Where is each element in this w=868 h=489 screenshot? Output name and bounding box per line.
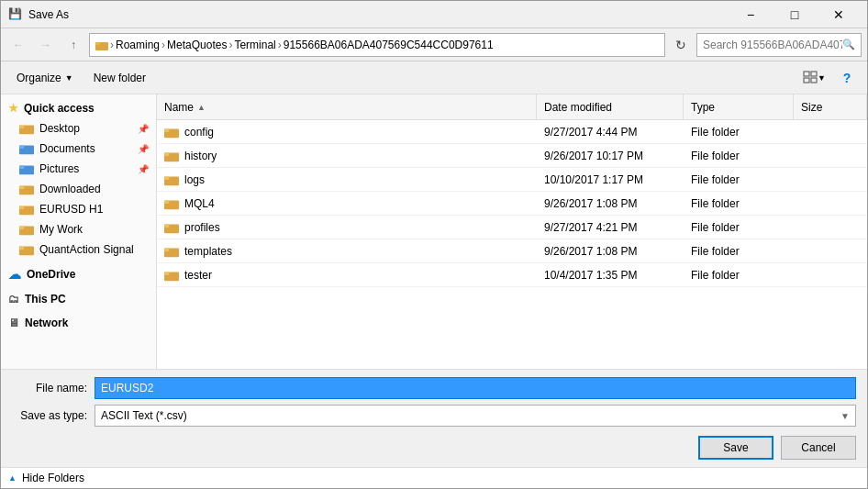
folder-icon	[164, 172, 179, 187]
table-row[interactable]: history 9/26/2017 10:17 PM File folder	[157, 144, 867, 168]
file-list-body: config 9/27/2017 4:44 PM File folder his…	[157, 120, 867, 369]
onedrive-item[interactable]: ☁ OneDrive	[1, 263, 156, 285]
address-path[interactable]: › Roaming › MetaQuotes › Terminal › 9155…	[89, 33, 665, 57]
col-header-size[interactable]: Size	[794, 94, 867, 119]
new-folder-button[interactable]: New folder	[85, 65, 154, 91]
savetype-value: ASCII Text (*.csv)	[101, 409, 187, 422]
breadcrumb-guid[interactable]: 915566BA06ADA407569C544CC0D97611	[284, 39, 494, 51]
sidebar-item-desktop[interactable]: Desktop 📌	[1, 118, 156, 139]
help-button[interactable]: ?	[834, 65, 860, 91]
table-row[interactable]: templates 9/26/2017 1:08 PM File folder	[157, 239, 867, 263]
sidebar-item-downloaded[interactable]: Downloaded	[1, 179, 156, 199]
file-name: profiles	[184, 221, 220, 234]
file-list: Name ▲ Date modified Type Size	[157, 94, 867, 369]
toolbar: Organize ▼ New folder ▼ ?	[1, 61, 867, 94]
breadcrumb-metaquotes[interactable]: MetaQuotes	[167, 39, 227, 51]
file-name-cell: config	[157, 125, 537, 139]
svg-rect-23	[164, 152, 169, 156]
up-button[interactable]: ↑	[61, 33, 85, 57]
sidebar-item-pictures[interactable]: Pictures 📌	[1, 159, 156, 179]
close-button[interactable]: ✕	[818, 1, 860, 28]
folder-icon	[19, 222, 34, 237]
col-header-date[interactable]: Date modified	[537, 94, 684, 119]
onedrive-icon: ☁	[8, 267, 21, 282]
folder-icon	[164, 220, 179, 235]
sidebar-item-desktop-label: Desktop	[39, 122, 80, 135]
hide-folders-bar[interactable]: ▲ Hide Folders	[1, 467, 867, 488]
thispc-label: This PC	[25, 293, 66, 306]
svg-rect-31	[164, 248, 169, 251]
folder-icon	[164, 244, 179, 259]
back-button[interactable]: ←	[6, 33, 30, 57]
svg-rect-21	[164, 128, 169, 132]
col-header-type[interactable]: Type	[684, 94, 794, 119]
file-name-cell: templates	[157, 244, 537, 259]
dropdown-arrow-icon: ▼	[840, 411, 850, 421]
file-date: 10/10/2017 1:17 PM	[537, 173, 684, 186]
table-row[interactable]: tester 10/4/2017 1:35 PM File folder	[157, 263, 867, 287]
file-type: File folder	[684, 150, 794, 162]
table-row[interactable]: profiles 9/27/2017 4:21 PM File folder	[157, 216, 867, 239]
sidebar-item-quantaction-label: QuantAction Signal	[39, 243, 134, 256]
col-header-name[interactable]: Name ▲	[157, 94, 537, 119]
network-item[interactable]: 🖥 Network	[1, 313, 156, 333]
filename-input[interactable]	[95, 377, 856, 399]
svg-rect-19	[19, 246, 24, 250]
svg-rect-33	[164, 272, 169, 275]
file-date: 9/26/2017 1:08 PM	[537, 197, 684, 210]
network-section: 🖥 Network	[1, 313, 156, 333]
table-row[interactable]: logs 10/10/2017 1:17 PM File folder	[157, 168, 867, 192]
main-content: ★ Quick access Desktop 📌 Documents 📌	[1, 94, 867, 369]
cancel-button[interactable]: Cancel	[781, 436, 856, 460]
file-date: 9/26/2017 10:17 PM	[537, 150, 684, 162]
file-name-cell: logs	[157, 172, 537, 187]
onedrive-label: OneDrive	[27, 268, 75, 281]
save-label: Save	[723, 441, 748, 454]
folder-icon	[164, 268, 179, 283]
sidebar-item-eurusd[interactable]: EURUSD H1	[1, 199, 156, 219]
file-name: tester	[184, 269, 212, 282]
table-row[interactable]: MQL4 9/26/2017 1:08 PM File folder	[157, 192, 867, 216]
search-box[interactable]: 🔍	[696, 33, 862, 57]
breadcrumb-folder-icon	[95, 39, 108, 50]
window-controls: − □ ✕	[729, 1, 860, 28]
forward-button[interactable]: →	[34, 33, 58, 57]
file-date: 9/26/2017 1:08 PM	[537, 245, 684, 258]
savetype-select[interactable]: ASCII Text (*.csv) ▼	[95, 405, 856, 427]
breadcrumb-terminal[interactable]: Terminal	[234, 39, 275, 51]
thispc-item[interactable]: 🗂 This PC	[1, 289, 156, 309]
svg-rect-2	[804, 72, 809, 76]
table-row[interactable]: config 9/27/2017 4:44 PM File folder	[157, 120, 867, 144]
minimize-button[interactable]: −	[729, 1, 772, 28]
organize-label: Organize	[17, 72, 61, 84]
view-toggle-button[interactable]: ▼	[798, 65, 830, 91]
file-name: MQL4	[184, 197, 215, 210]
thispc-section: 🗂 This PC	[1, 289, 156, 309]
breadcrumb-roaming[interactable]: Roaming	[116, 39, 160, 51]
search-icon: 🔍	[842, 39, 855, 50]
file-name: config	[184, 126, 214, 139]
organize-button[interactable]: Organize ▼	[8, 65, 82, 91]
file-type: File folder	[684, 221, 794, 234]
cancel-label: Cancel	[801, 441, 835, 454]
svg-rect-9	[19, 145, 24, 149]
savetype-label: Save as type:	[12, 409, 95, 422]
search-input[interactable]	[703, 39, 842, 51]
hide-folders-label: Hide Folders	[22, 472, 84, 484]
svg-rect-27	[164, 200, 169, 204]
save-button[interactable]: Save	[698, 436, 773, 460]
toolbar-right: ▼ ?	[798, 65, 860, 91]
sidebar-item-quantaction[interactable]: QuantAction Signal	[1, 239, 156, 260]
file-type: File folder	[684, 269, 794, 282]
network-label: Network	[25, 317, 68, 329]
quick-access-header[interactable]: ★ Quick access	[1, 98, 156, 118]
filename-label: File name:	[12, 382, 95, 395]
svg-rect-11	[19, 165, 24, 169]
sidebar-item-documents[interactable]: Documents 📌	[1, 139, 156, 159]
sidebar-item-mywork[interactable]: My Work	[1, 219, 156, 239]
svg-rect-4	[804, 78, 809, 83]
refresh-button[interactable]: ↻	[669, 33, 693, 57]
file-date: 9/27/2017 4:21 PM	[537, 221, 684, 234]
maximize-button[interactable]: □	[773, 1, 816, 28]
view-grid-icon	[803, 71, 818, 85]
